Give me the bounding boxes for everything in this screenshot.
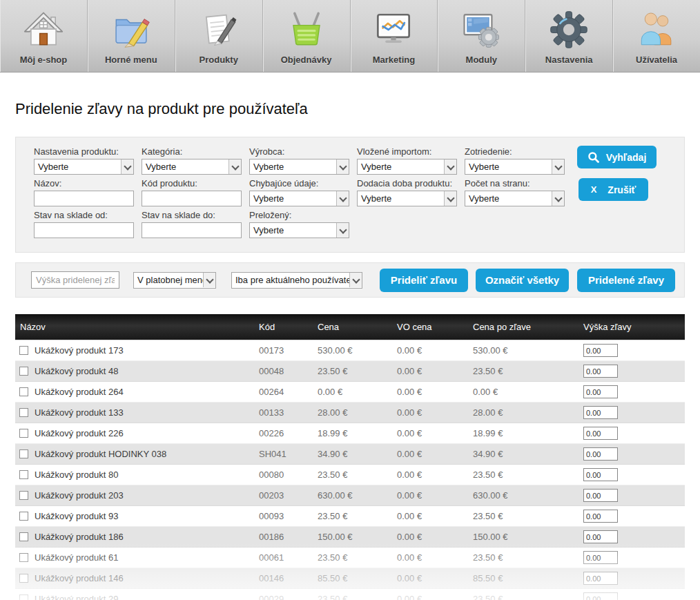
product-code: 00173 [259, 345, 318, 356]
product-name: Ukážkový produkt HODINKY 038 [35, 449, 166, 459]
prelozeny-select[interactable]: Vyberte [249, 222, 349, 238]
nastavenia-produktu-select[interactable]: Vyberte [34, 159, 134, 175]
nav-item-moduly[interactable]: Moduly [438, 0, 525, 72]
product-code: 00061 [259, 552, 318, 563]
filter-label: Počet na stranu: [465, 178, 565, 188]
product-code: 00226 [259, 428, 318, 438]
user-scope-select[interactable]: Iba pre aktuálneho používateľa [231, 272, 362, 289]
product-price: 530.00 € [318, 345, 397, 356]
stav-na-sklade-od-input[interactable] [34, 222, 134, 238]
discount-amount-input[interactable] [583, 365, 618, 378]
row-checkbox[interactable] [19, 532, 28, 541]
product-price: 23.50 € [318, 594, 397, 600]
dodacia-doba-select[interactable]: Vyberte [357, 191, 457, 206]
discount-amount-input[interactable] [583, 572, 618, 585]
product-price: 18.99 € [318, 428, 397, 438]
chevron-down-icon [552, 191, 564, 206]
product-name: Ukážkový produkt 226 [35, 428, 124, 438]
nav-item-moj-e-shop[interactable]: Môj e-shop [0, 0, 88, 72]
nav-item-horne-menu[interactable]: Horné menu [88, 0, 175, 72]
nav-item-produkty[interactable]: Produkty [175, 0, 263, 72]
stav-na-sklade-do-input[interactable] [142, 222, 242, 238]
select-all-button[interactable]: Označiť všetky [476, 269, 569, 292]
filter-label: Nastavenia produktu: [34, 146, 134, 157]
filter-label: Vložené importom: [357, 146, 457, 157]
assigned-discounts-button[interactable]: Pridelené zľavy [577, 269, 675, 292]
row-checkbox[interactable] [19, 367, 28, 376]
nav-item-nastavenia[interactable]: Nastavenia [525, 0, 613, 72]
discount-amount-input[interactable] [583, 489, 618, 502]
row-checkbox[interactable] [19, 408, 28, 417]
nav-label: Objednávky [281, 55, 332, 65]
table-row: Ukážkový produkt HODINKY 038 SH041 34.90… [15, 443, 685, 464]
discount-amount-input[interactable] [583, 344, 618, 357]
page-title: Pridelenie zľavy na produkt pre používat… [15, 100, 700, 118]
pocet-na-stranu-select[interactable]: Vyberte [465, 191, 565, 206]
discount-amount-input[interactable] [583, 551, 618, 564]
header-vyska-zlavy: Výška zľavy [583, 322, 685, 332]
nav-label: Horné menu [105, 55, 157, 65]
filter-field-chybajuce-udaje: Chybajúce údaje: Vyberte [249, 178, 349, 206]
nav-item-objednavky[interactable]: Objednávky [263, 0, 351, 72]
filter-label: Dodacia doba produktu: [357, 178, 457, 188]
row-checkbox[interactable] [19, 574, 28, 583]
product-wholesale-price: 0.00 € [397, 366, 473, 376]
row-checkbox[interactable] [19, 429, 28, 438]
filter-field-stav-od: Stav na sklade od: [34, 210, 134, 238]
vlozene-importom-select[interactable]: Vyberte [357, 159, 457, 175]
kod-produktu-input[interactable] [142, 191, 242, 206]
nav-item-marketing[interactable]: Marketing [351, 0, 438, 72]
discount-toolbar: V platobnej mene Iba pre aktuálneho použ… [15, 262, 685, 298]
basket-icon [286, 8, 327, 52]
filter-field-nastavenia-produktu: Nastavenia produktu: Vyberte [34, 146, 134, 175]
kategoria-select[interactable]: Vyberte [142, 159, 242, 175]
discount-amount-input[interactable] [583, 385, 618, 398]
product-price: 23.50 € [318, 552, 397, 563]
nav-item-uzivatelia[interactable]: Užívatelia [613, 0, 700, 72]
discount-amount-input[interactable] [583, 447, 618, 461]
product-wholesale-price: 0.00 € [397, 449, 473, 459]
zotriedenie-select[interactable]: Vyberte [465, 159, 565, 175]
discount-amount-input[interactable] [583, 592, 618, 600]
currency-mode-select[interactable]: V platobnej mene [133, 272, 216, 289]
chybajuce-udaje-select[interactable]: Vyberte [249, 191, 349, 206]
discount-amount-input[interactable] [583, 510, 618, 523]
product-name: Ukážkový produkt 186 [35, 532, 124, 542]
cancel-button[interactable]: X Zrušiť [579, 178, 648, 201]
discount-amount-input[interactable] [583, 468, 618, 481]
row-checkbox[interactable] [19, 449, 28, 458]
row-checkbox[interactable] [19, 553, 28, 562]
table-header: Názov Kód Cena VO cena Cena po zľave Výš… [15, 314, 685, 340]
chevron-down-icon [336, 223, 349, 238]
discount-amount-field[interactable] [31, 271, 119, 289]
nazov-input[interactable] [34, 191, 134, 206]
row-checkbox[interactable] [19, 594, 28, 600]
table-row: Ukážkový produkt 203 00203 630.00 € 0.00… [15, 485, 685, 505]
header-nazov: Názov [15, 322, 259, 332]
product-table-body: Ukážkový produkt 173 00173 530.00 € 0.00… [15, 340, 685, 600]
filter-field-kategoria: Kategória: Vyberte [142, 146, 242, 175]
assign-discount-button[interactable]: Prideliť zľavu [380, 269, 468, 292]
product-name: Ukážkový produkt 203 [35, 490, 124, 501]
row-checkbox[interactable] [19, 512, 28, 521]
row-checkbox[interactable] [19, 346, 28, 355]
product-name: Ukážkový produkt 173 [35, 345, 124, 356]
filter-label: Preložený: [249, 210, 349, 220]
filter-label: Kód produktu: [142, 178, 242, 188]
discount-amount-input[interactable] [583, 406, 618, 419]
filter-label: Kategória: [142, 146, 242, 157]
vyrobca-select[interactable]: Vyberte [249, 159, 349, 175]
product-name: Ukážkový produkt 48 [35, 366, 118, 376]
product-wholesale-price: 0.00 € [397, 552, 473, 563]
row-checkbox[interactable] [19, 470, 28, 479]
discount-amount-input[interactable] [583, 427, 618, 440]
header-vo-cena: VO cena [397, 322, 473, 332]
search-button[interactable]: Vyhľadaj [577, 146, 657, 168]
discount-amount-input[interactable] [583, 530, 618, 543]
product-name: Ukážkový produkt 29 [35, 594, 118, 600]
row-checkbox[interactable] [19, 387, 28, 396]
row-checkbox[interactable] [19, 491, 28, 500]
product-code: 00264 [259, 387, 318, 397]
table-row: Ukážkový produkt 186 00186 150.00 € 0.00… [15, 526, 685, 547]
filter-label: Výrobca: [249, 146, 349, 157]
